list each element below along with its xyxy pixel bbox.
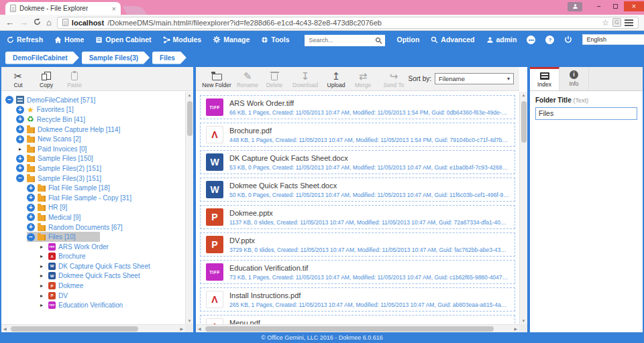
file-row-ars-work-order-tiff[interactable]: TIFFARS Work Order.tiff66 KB, 1 Pages, C… bbox=[200, 95, 515, 119]
window-close-button[interactable]: × bbox=[624, 1, 644, 11]
tree-hscroll-thumb[interactable] bbox=[11, 326, 138, 332]
file-row-brochure-pdf[interactable]: ΛBrochure.pdf448 KB, 1 Pages, Created: 1… bbox=[200, 123, 515, 147]
tree-item-sample-files-2-151[interactable]: +Sample Files(2) [151] bbox=[16, 163, 185, 174]
tree-item-new-scans-2[interactable]: +New Scans [2] bbox=[16, 134, 185, 144]
expand-icon[interactable]: + bbox=[27, 223, 35, 231]
expand-icon[interactable]: + bbox=[27, 204, 35, 212]
tree-item-brochure[interactable]: ▸ΛBrochure bbox=[38, 252, 185, 262]
download-button[interactable]: ↧Download bbox=[290, 69, 321, 90]
tab-index[interactable]: Index bbox=[530, 67, 559, 90]
tree-item-dk-capture-quick-facts-sheet[interactable]: ▸WDK Capture Quick Facts Sheet bbox=[38, 261, 185, 271]
folder-title-input[interactable] bbox=[535, 107, 637, 120]
breadcrumb-demofilecabinet[interactable]: DemoFileCabinet bbox=[5, 52, 79, 64]
upload-button[interactable]: ↥Upload bbox=[325, 69, 347, 90]
advanced-search-button[interactable]: Advanced bbox=[431, 36, 474, 44]
cut-button[interactable]: ✂Cut bbox=[7, 69, 30, 90]
user-menu[interactable]: admin bbox=[486, 36, 517, 44]
window-restore-button[interactable] bbox=[607, 1, 624, 11]
language-select[interactable]: English▾ bbox=[582, 34, 644, 45]
tree-item-recycle-bin-41[interactable]: +♻Recycle Bin [41] bbox=[16, 115, 185, 125]
option-button[interactable]: Option bbox=[396, 36, 419, 44]
expand-icon[interactable]: + bbox=[16, 106, 24, 114]
tree-item-dokmee-capture-help-114[interactable]: +Dokmee Capture Help [114] bbox=[16, 125, 185, 135]
merge-button[interactable]: ⇄Merge bbox=[352, 69, 374, 90]
breadcrumb-files[interactable]: Files bbox=[152, 52, 186, 64]
file-row-dv-pptx[interactable]: PDV.pptx3729 KB, 0 slides, Created: 11/0… bbox=[200, 232, 515, 257]
delete-button[interactable]: Delete bbox=[263, 69, 286, 90]
browser-profile-icon[interactable] bbox=[568, 2, 582, 11]
file-row-dokmee-quick-facts-sheet-docx[interactable]: WDokmee Quick Facts Sheet.docx50 KB, 0 P… bbox=[200, 178, 515, 202]
tree-vscrollbar[interactable]: ▲ ▼ bbox=[185, 92, 193, 324]
sort-select[interactable]: Filename▾ bbox=[435, 73, 514, 84]
tools-button[interactable]: Tools bbox=[261, 36, 289, 44]
copy-button[interactable]: Copy bbox=[35, 69, 58, 90]
scroll-right-icon[interactable]: ▶ bbox=[180, 326, 183, 332]
tab-info[interactable]: iInfo bbox=[559, 67, 589, 90]
bookmark-star-icon[interactable]: ☆ bbox=[602, 18, 609, 27]
expand-icon[interactable]: + bbox=[16, 164, 24, 172]
file-row-dokmee-pptx[interactable]: PDokmee.pptx1137 KB, 0 slides, Created: … bbox=[200, 205, 515, 229]
new-folder-button[interactable]: New Folder bbox=[201, 69, 232, 90]
tree-item-paid-invoices-0[interactable]: ▸Paid Invoices [0] bbox=[16, 144, 185, 154]
tree-hscrollbar[interactable]: ◀ ▶ bbox=[1, 324, 185, 332]
expand-icon[interactable]: + bbox=[27, 194, 35, 202]
tree-item-favorites-1[interactable]: +★Favorites [1] bbox=[16, 105, 185, 115]
tab-close-icon[interactable]: × bbox=[112, 5, 116, 12]
tree-item-flat-file-sample-18[interactable]: +Flat File Sample [18] bbox=[27, 183, 185, 193]
browser-menu-icon[interactable] bbox=[625, 19, 633, 26]
search-input[interactable] bbox=[305, 35, 385, 46]
rename-button[interactable]: ✎Rename bbox=[236, 69, 259, 90]
tree-item-files-10[interactable]: −Files [10] bbox=[27, 232, 100, 242]
scroll-up-icon[interactable]: ▲ bbox=[520, 93, 527, 97]
tree-item-education-verification[interactable]: ▸TIFFEducation Verification bbox=[38, 300, 185, 310]
modules-button[interactable]: Modules bbox=[163, 36, 202, 44]
tree-item-dokmee[interactable]: ▸PDokmee bbox=[38, 281, 185, 291]
expand-icon[interactable]: + bbox=[27, 213, 35, 221]
browser-tab[interactable]: Dokmee - File Explorer × bbox=[5, 2, 121, 15]
tree-vscroll-thumb[interactable] bbox=[187, 101, 193, 136]
forward-icon[interactable]: → bbox=[19, 18, 28, 27]
refresh-button[interactable]: Refresh bbox=[7, 36, 43, 44]
window-minimize-button[interactable]: – bbox=[590, 1, 607, 11]
reload-icon[interactable] bbox=[34, 18, 41, 27]
scroll-up-icon[interactable]: ▲ bbox=[186, 93, 193, 97]
expand-icon[interactable]: + bbox=[16, 155, 24, 163]
logout-icon[interactable] bbox=[564, 36, 572, 44]
scroll-left-icon[interactable]: ◀ bbox=[198, 326, 201, 332]
tree-item-demofilecabinet-571[interactable]: −DemoFileCabinet [571] bbox=[5, 95, 185, 105]
expand-icon[interactable]: + bbox=[16, 135, 24, 143]
tree-item-random-documents-67[interactable]: +Random Documents [67] bbox=[27, 222, 185, 232]
back-icon[interactable]: ← bbox=[5, 18, 14, 27]
expand-icon[interactable]: + bbox=[16, 125, 24, 133]
tree-item-sample-files-150[interactable]: +Sample Files [150] bbox=[16, 154, 185, 164]
tree-item-dv[interactable]: ▸PDV bbox=[38, 291, 185, 301]
send-to-button[interactable]: ↪Send To bbox=[378, 69, 409, 90]
tree-item-dokmee-quick-facts-sheet[interactable]: ▸WDokmee Quick Facts Sheet bbox=[38, 271, 185, 281]
breadcrumb-sample-files-3[interactable]: Sample Files(3) bbox=[82, 52, 150, 64]
extension-icon[interactable]: G bbox=[612, 18, 621, 27]
scroll-right-icon[interactable]: ▶ bbox=[514, 326, 517, 332]
chat-icon[interactable]: ••• bbox=[527, 36, 535, 44]
tree-item-ars-work-order[interactable]: ▸TIFFARS Work Order bbox=[38, 242, 185, 252]
home-button[interactable]: Home bbox=[54, 36, 84, 44]
file-row-dk-capture-quick-facts-sheet-docx[interactable]: WDK Capture Quick Facts Sheet.docx53 KB,… bbox=[200, 150, 515, 174]
manage-button[interactable]: Manage bbox=[213, 36, 250, 44]
list-vscrollbar[interactable]: ▲ ▼ bbox=[519, 92, 527, 324]
paste-button[interactable]: Paste bbox=[63, 69, 86, 90]
scroll-down-icon[interactable]: ▼ bbox=[520, 319, 527, 323]
open-cabinet-button[interactable]: Open Cabinet bbox=[95, 36, 151, 44]
file-row-education-verification-tif[interactable]: TIFFEducation Verification.tif73 KB, 1 P… bbox=[200, 260, 515, 284]
tree-item-hr-9[interactable]: +HR [9] bbox=[27, 203, 185, 213]
tree-item-medical-9[interactable]: +Medical [9] bbox=[27, 212, 185, 222]
help-icon[interactable]: ? bbox=[545, 36, 554, 44]
scroll-down-icon[interactable]: ▼ bbox=[186, 319, 193, 323]
list-hscroll-thumb[interactable] bbox=[205, 326, 494, 332]
scroll-left-icon[interactable]: ◀ bbox=[3, 326, 7, 332]
collapse-icon[interactable]: − bbox=[5, 96, 13, 104]
tree-item-sample-files-3-151[interactable]: −Sample Files(3) [151] bbox=[16, 174, 185, 184]
collapse-icon[interactable]: − bbox=[16, 174, 24, 182]
file-row-menu-pdf[interactable]: ΛMenu.pdf1215 KB, 2 Pages, Created: 11/0… bbox=[200, 315, 515, 324]
search-icon[interactable] bbox=[375, 35, 382, 47]
url-bar[interactable]: localhost/DokmeeDMS/main.html#/fileexplo… bbox=[57, 17, 639, 29]
list-vscroll-thumb[interactable] bbox=[521, 101, 527, 143]
